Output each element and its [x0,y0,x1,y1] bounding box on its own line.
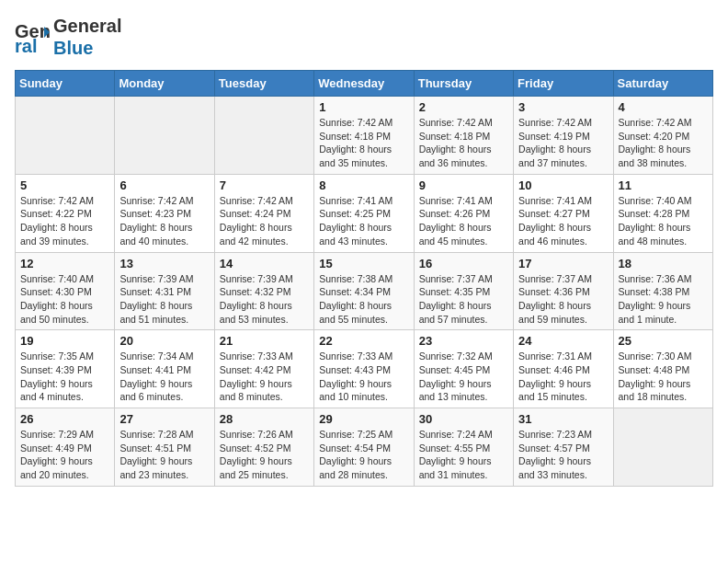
calendar-week-3: 12Sunrise: 7:40 AM Sunset: 4:30 PM Dayli… [16,252,713,330]
calendar-cell: 24Sunrise: 7:31 AM Sunset: 4:46 PM Dayli… [514,330,613,408]
calendar-week-1: 1Sunrise: 7:42 AM Sunset: 4:18 PM Daylig… [16,97,713,175]
cell-day-number: 5 [20,178,109,192]
cell-day-number: 7 [220,178,309,192]
calendar-cell: 1Sunrise: 7:42 AM Sunset: 4:18 PM Daylig… [314,97,414,175]
cell-day-info: Sunrise: 7:32 AM Sunset: 4:45 PM Dayligh… [419,350,508,404]
cell-day-info: Sunrise: 7:26 AM Sunset: 4:52 PM Dayligh… [220,428,309,482]
cell-day-info: Sunrise: 7:41 AM Sunset: 4:25 PM Dayligh… [319,194,408,248]
weekday-friday: Friday [514,71,613,97]
calendar-table: SundayMondayTuesdayWednesdayThursdayFrid… [15,70,713,487]
cell-day-info: Sunrise: 7:42 AM Sunset: 4:19 PM Dayligh… [518,116,608,170]
calendar-week-4: 19Sunrise: 7:35 AM Sunset: 4:39 PM Dayli… [16,330,713,408]
cell-day-number: 29 [319,412,408,426]
calendar-cell: 31Sunrise: 7:23 AM Sunset: 4:57 PM Dayli… [514,408,613,487]
calendar-cell: 27Sunrise: 7:28 AM Sunset: 4:51 PM Dayli… [115,408,214,487]
cell-day-number: 25 [619,334,708,348]
cell-day-info: Sunrise: 7:30 AM Sunset: 4:48 PM Dayligh… [619,350,708,404]
calendar-cell: 19Sunrise: 7:35 AM Sunset: 4:39 PM Dayli… [16,330,115,408]
cell-day-number: 31 [518,412,608,426]
cell-day-info: Sunrise: 7:25 AM Sunset: 4:54 PM Dayligh… [319,428,408,482]
cell-day-number: 24 [518,334,608,348]
cell-day-info: Sunrise: 7:42 AM Sunset: 4:22 PM Dayligh… [20,194,109,248]
weekday-tuesday: Tuesday [214,71,313,97]
cell-day-info: Sunrise: 7:40 AM Sunset: 4:30 PM Dayligh… [20,272,109,327]
cell-day-number: 16 [419,257,508,270]
calendar-cell: 11Sunrise: 7:40 AM Sunset: 4:28 PM Dayli… [613,174,712,252]
calendar-cell: 16Sunrise: 7:37 AM Sunset: 4:35 PM Dayli… [414,252,513,330]
cell-day-number: 30 [419,412,508,426]
logo-name-blue: Blue [53,37,121,59]
calendar-cell: 12Sunrise: 7:40 AM Sunset: 4:30 PM Dayli… [16,252,115,330]
cell-day-number: 14 [220,257,309,270]
calendar-cell [115,97,214,175]
calendar-cell: 8Sunrise: 7:41 AM Sunset: 4:25 PM Daylig… [314,174,414,252]
calendar-week-5: 26Sunrise: 7:29 AM Sunset: 4:49 PM Dayli… [16,408,713,487]
cell-day-info: Sunrise: 7:42 AM Sunset: 4:23 PM Dayligh… [119,194,209,248]
cell-day-number: 6 [119,178,209,192]
cell-day-number: 26 [20,412,109,426]
logo: Gene ral General Blue [15,15,121,59]
cell-day-info: Sunrise: 7:42 AM Sunset: 4:24 PM Dayligh… [220,194,309,248]
cell-day-number: 8 [319,178,408,192]
cell-day-number: 20 [119,334,209,348]
logo-icon: Gene ral [15,19,50,54]
cell-day-info: Sunrise: 7:40 AM Sunset: 4:28 PM Dayligh… [619,194,708,248]
weekday-thursday: Thursday [414,71,513,97]
cell-day-info: Sunrise: 7:41 AM Sunset: 4:27 PM Dayligh… [518,194,608,248]
cell-day-number: 2 [419,100,508,114]
cell-day-number: 27 [119,412,209,426]
cell-day-info: Sunrise: 7:41 AM Sunset: 4:26 PM Dayligh… [419,194,508,248]
calendar-cell: 13Sunrise: 7:39 AM Sunset: 4:31 PM Dayli… [115,252,214,330]
cell-day-number: 22 [319,334,408,348]
calendar-cell: 4Sunrise: 7:42 AM Sunset: 4:20 PM Daylig… [613,97,712,175]
weekday-saturday: Saturday [613,71,712,97]
cell-day-info: Sunrise: 7:31 AM Sunset: 4:46 PM Dayligh… [518,350,608,404]
calendar-cell: 25Sunrise: 7:30 AM Sunset: 4:48 PM Dayli… [613,330,712,408]
calendar-cell: 23Sunrise: 7:32 AM Sunset: 4:45 PM Dayli… [414,330,513,408]
calendar-cell [214,97,313,175]
weekday-wednesday: Wednesday [314,71,414,97]
cell-day-info: Sunrise: 7:37 AM Sunset: 4:36 PM Dayligh… [518,272,608,327]
cell-day-info: Sunrise: 7:36 AM Sunset: 4:38 PM Dayligh… [619,272,708,327]
cell-day-info: Sunrise: 7:34 AM Sunset: 4:41 PM Dayligh… [119,350,209,404]
cell-day-info: Sunrise: 7:42 AM Sunset: 4:20 PM Dayligh… [619,116,708,170]
cell-day-info: Sunrise: 7:28 AM Sunset: 4:51 PM Dayligh… [119,428,209,482]
calendar-cell: 28Sunrise: 7:26 AM Sunset: 4:52 PM Dayli… [214,408,313,487]
calendar-cell: 18Sunrise: 7:36 AM Sunset: 4:38 PM Dayli… [613,252,712,330]
cell-day-info: Sunrise: 7:29 AM Sunset: 4:49 PM Dayligh… [20,428,109,482]
cell-day-info: Sunrise: 7:37 AM Sunset: 4:35 PM Dayligh… [419,272,508,327]
cell-day-number: 12 [20,257,109,270]
cell-day-info: Sunrise: 7:38 AM Sunset: 4:34 PM Dayligh… [319,272,408,327]
cell-day-number: 21 [220,334,309,348]
cell-day-number: 13 [119,257,209,270]
cell-day-number: 19 [20,334,109,348]
calendar-cell: 26Sunrise: 7:29 AM Sunset: 4:49 PM Dayli… [16,408,115,487]
cell-day-number: 10 [518,178,608,192]
calendar-cell: 15Sunrise: 7:38 AM Sunset: 4:34 PM Dayli… [314,252,414,330]
calendar-cell: 22Sunrise: 7:33 AM Sunset: 4:43 PM Dayli… [314,330,414,408]
cell-day-number: 4 [619,100,708,114]
calendar-cell: 7Sunrise: 7:42 AM Sunset: 4:24 PM Daylig… [214,174,313,252]
calendar-cell: 5Sunrise: 7:42 AM Sunset: 4:22 PM Daylig… [16,174,115,252]
cell-day-info: Sunrise: 7:33 AM Sunset: 4:43 PM Dayligh… [319,350,408,404]
calendar-cell: 17Sunrise: 7:37 AM Sunset: 4:36 PM Dayli… [514,252,613,330]
weekday-header-row: SundayMondayTuesdayWednesdayThursdayFrid… [16,71,713,97]
calendar-cell: 2Sunrise: 7:42 AM Sunset: 4:18 PM Daylig… [414,97,513,175]
calendar-cell: 3Sunrise: 7:42 AM Sunset: 4:19 PM Daylig… [514,97,613,175]
cell-day-number: 28 [220,412,309,426]
calendar-cell: 9Sunrise: 7:41 AM Sunset: 4:26 PM Daylig… [414,174,513,252]
cell-day-info: Sunrise: 7:24 AM Sunset: 4:55 PM Dayligh… [419,428,508,482]
cell-day-number: 18 [619,257,708,270]
cell-day-number: 23 [419,334,508,348]
cell-day-number: 17 [518,257,608,270]
cell-day-info: Sunrise: 7:42 AM Sunset: 4:18 PM Dayligh… [419,116,508,170]
cell-day-number: 15 [319,257,408,270]
cell-day-info: Sunrise: 7:35 AM Sunset: 4:39 PM Dayligh… [20,350,109,404]
calendar-cell: 30Sunrise: 7:24 AM Sunset: 4:55 PM Dayli… [414,408,513,487]
calendar-week-2: 5Sunrise: 7:42 AM Sunset: 4:22 PM Daylig… [16,174,713,252]
cell-day-number: 1 [319,100,408,114]
cell-day-info: Sunrise: 7:42 AM Sunset: 4:18 PM Dayligh… [319,116,408,170]
cell-day-number: 11 [619,178,708,192]
calendar-cell: 10Sunrise: 7:41 AM Sunset: 4:27 PM Dayli… [514,174,613,252]
cell-day-number: 9 [419,178,508,192]
